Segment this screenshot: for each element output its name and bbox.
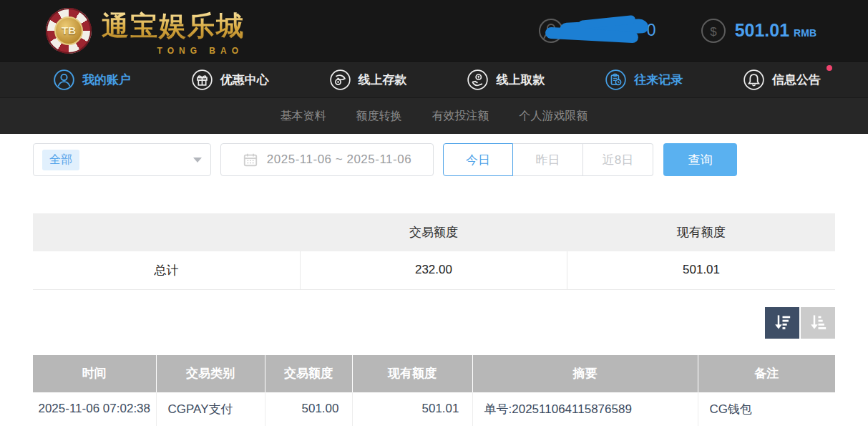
chip-monogram: TB <box>62 24 76 37</box>
site-subtitle: TONG BAO <box>157 46 243 56</box>
nav-item-withdraw[interactable]: 线上取款 <box>467 69 545 91</box>
transaction-records-page: TB 通宝娱乐城 TONG BAO 0 <box>0 0 868 426</box>
summary-table: 交易额度 现有额度 总计 232.00 501.01 <box>33 213 835 290</box>
sort-ascending-button[interactable] <box>801 307 835 339</box>
svg-text:$: $ <box>710 24 717 38</box>
calendar-icon <box>243 152 258 168</box>
type-select-dropdown[interactable]: 全部 <box>33 143 211 176</box>
summary-total-label: 总计 <box>33 251 300 289</box>
nav-item-announcements[interactable]: 信息公告 <box>743 69 821 91</box>
quick-btn-today[interactable]: 今日 <box>443 143 513 176</box>
nav-label: 往来记录 <box>634 72 683 88</box>
summary-total-row: 总计 232.00 501.01 <box>33 251 835 289</box>
table-row: 2025-11-06 07:02:38 CGPAY支付 501.00 501.0… <box>33 392 835 426</box>
summary-header-row: 交易额度 现有额度 <box>33 213 835 251</box>
nav-label: 线上取款 <box>496 72 545 88</box>
main-nav: 我的账户 优惠中心 <box>0 61 868 98</box>
cell-time: 2025-11-06 07:02:38 <box>33 392 156 426</box>
date-range-input[interactable]: 2025-11-06 ~ 2025-11-06 <box>220 143 434 176</box>
col-remark: 备注 <box>698 355 835 392</box>
col-time: 时间 <box>33 355 156 392</box>
summary-header-balance: 现有额度 <box>567 213 835 251</box>
quick-btn-last8days[interactable]: 近8日 <box>583 143 653 176</box>
withdraw-hand-dollar-icon <box>467 69 489 91</box>
summary-total-balance: 501.01 <box>567 251 835 289</box>
nav-item-deposit[interactable]: 线上存款 <box>329 69 407 91</box>
summary-total-trade: 232.00 <box>300 251 567 289</box>
selected-type-chip: 全部 <box>42 150 79 170</box>
subnav-valid-bets[interactable]: 有效投注额 <box>432 109 489 124</box>
col-summary: 摘要 <box>472 355 698 392</box>
col-type: 交易类别 <box>156 355 265 392</box>
sort-controls <box>33 307 835 339</box>
cell-type: CGPAY支付 <box>156 392 265 426</box>
date-range-value: 2025-11-06 ~ 2025-11-06 <box>267 153 411 167</box>
summary-header-empty <box>33 213 300 251</box>
nav-item-records[interactable]: 往来记录 <box>605 69 683 91</box>
poker-chip-logo-icon: TB <box>46 8 92 54</box>
sort-ascending-icon <box>809 313 828 332</box>
subnav-game-limits[interactable]: 个人游戏限额 <box>520 109 588 124</box>
dollar-circle-icon: $ <box>701 18 726 44</box>
username-redaction-scribble <box>557 19 651 42</box>
clipboard-clock-icon <box>605 69 627 91</box>
col-amount: 交易额度 <box>265 355 352 392</box>
quick-range-group: 今日 昨日 近8日 <box>443 143 653 176</box>
header-right: 0 $ 501.01 RMB <box>538 18 816 44</box>
balance-amount: 501.01 <box>735 20 789 41</box>
nav-label: 信息公告 <box>772 72 821 88</box>
quick-btn-yesterday[interactable]: 昨日 <box>513 143 583 176</box>
logo-text: 通宝娱乐城 TONG BAO <box>102 8 245 53</box>
nav-item-promotions[interactable]: 优惠中心 <box>191 69 269 91</box>
cell-remark: CG钱包 <box>698 392 835 426</box>
subnav-credit-transfer[interactable]: 额度转换 <box>356 109 402 124</box>
subnav-basic-info[interactable]: 基本资料 <box>281 109 326 124</box>
filter-row: 全部 2025-11-06 ~ 2025-11-06 今日 昨日 近8日 <box>33 143 835 176</box>
site-title: 通宝娱乐城 <box>102 8 245 44</box>
cell-summary: 单号:202511064115876589 <box>472 392 698 426</box>
sort-descending-button[interactable] <box>765 307 799 339</box>
balance-currency: RMB <box>794 23 816 39</box>
site-logo[interactable]: TB 通宝娱乐城 TONG BAO <box>46 8 245 54</box>
summary-header-trade: 交易额度 <box>300 213 567 251</box>
records-header-row: 时间 交易类别 交易额度 现有额度 摘要 备注 <box>33 355 835 392</box>
user-account-group[interactable]: 0 <box>538 18 656 44</box>
nav-item-my-account[interactable]: 我的账户 <box>53 69 131 91</box>
gift-icon <box>191 69 213 91</box>
query-button[interactable]: 查询 <box>663 143 737 176</box>
col-balance: 现有额度 <box>352 355 472 392</box>
nav-label: 优惠中心 <box>220 72 269 88</box>
cell-amount: 501.00 <box>265 392 352 426</box>
top-header: TB 通宝娱乐城 TONG BAO 0 <box>0 0 868 61</box>
deposit-hand-coin-icon <box>329 69 351 91</box>
records-table: 时间 交易类别 交易额度 现有额度 摘要 备注 2025-11-06 07:02… <box>33 355 835 426</box>
bell-icon <box>743 69 765 91</box>
sub-nav: 基本资料 额度转换 有效投注额 个人游戏限额 <box>0 98 868 134</box>
chevron-down-icon <box>193 158 202 163</box>
nav-label: 线上存款 <box>359 72 407 88</box>
content-area: 全部 2025-11-06 ~ 2025-11-06 今日 昨日 近8日 <box>0 134 868 426</box>
notification-dot <box>826 65 832 71</box>
cell-balance: 501.01 <box>352 392 472 426</box>
sort-descending-icon <box>773 313 792 332</box>
user-circle-icon <box>53 69 75 91</box>
balance-group[interactable]: $ 501.01 RMB <box>701 18 816 44</box>
nav-label: 我的账户 <box>82 72 131 88</box>
